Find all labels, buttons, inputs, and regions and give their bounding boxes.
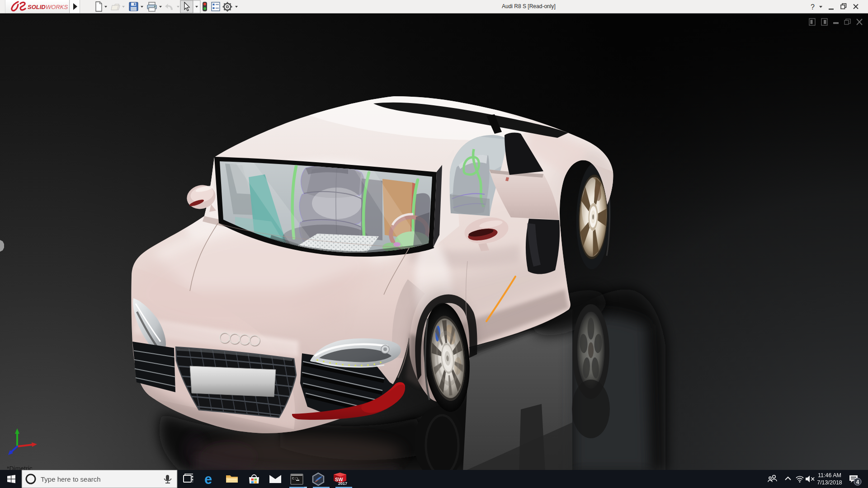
svg-text:SOLID: SOLID: [28, 4, 46, 10]
svg-text:11:46 AM: 11:46 AM: [818, 472, 841, 479]
svg-text:e: e: [204, 471, 212, 487]
svg-text:?: ?: [811, 3, 815, 11]
svg-text:2017: 2017: [338, 481, 347, 486]
svg-text:C:\: C:\: [292, 476, 299, 480]
svg-text:Type here to search: Type here to search: [41, 475, 101, 483]
svg-text:*Dimetric: *Dimetric: [7, 465, 33, 470]
svg-text:WORKS: WORKS: [46, 4, 68, 10]
svg-text:7/13/2018: 7/13/2018: [817, 479, 842, 486]
svg-text:4: 4: [856, 479, 859, 485]
